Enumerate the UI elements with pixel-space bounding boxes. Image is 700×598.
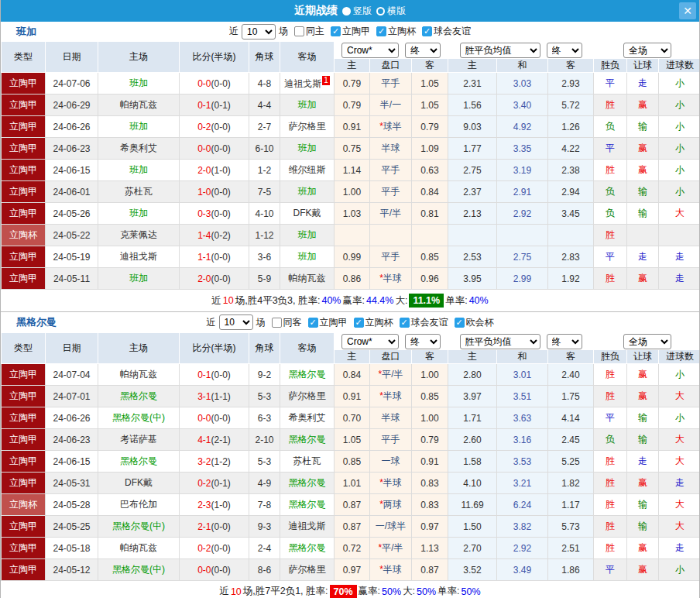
layout-radio-vertical[interactable]: 竖版 bbox=[342, 5, 372, 18]
cell-odds-home bbox=[448, 225, 497, 246]
home-team-name: 帕纳瓦兹 bbox=[120, 369, 157, 380]
cell-odds-draw: 3.49 bbox=[497, 559, 548, 581]
cell-corners: 6-10 bbox=[249, 138, 280, 160]
away-team-name: 黑格尔曼 bbox=[289, 434, 326, 445]
same-venue-checkbox[interactable]: 同客 bbox=[272, 316, 302, 329]
cell-odds-home: 11.69 bbox=[448, 494, 497, 516]
away-team-name: 帕纳瓦兹 bbox=[289, 273, 326, 284]
games-label: 场 bbox=[279, 25, 288, 38]
cell-ah-home-odds: 0.87 bbox=[335, 494, 370, 516]
cell-result-goals: 小 bbox=[659, 181, 700, 203]
league-filter-checkbox[interactable]: ✓立陶甲 bbox=[331, 25, 370, 38]
radio-unselected-icon[interactable] bbox=[376, 7, 385, 15]
final-odds-select-2[interactable]: 终 bbox=[547, 334, 582, 349]
team-name: 黑格尔曼 bbox=[16, 315, 57, 329]
checkbox-unchecked-icon[interactable] bbox=[294, 26, 304, 36]
cell-result-handicap: 输 bbox=[627, 116, 659, 138]
fulltime-score: 0-0 bbox=[197, 143, 211, 154]
cell-score: 0-1(0-1) bbox=[180, 95, 249, 116]
bookmaker-select[interactable]: Crow* bbox=[341, 43, 399, 58]
cell-ah-away-odds: 0.79 bbox=[412, 116, 448, 138]
cell-score: 0-0(0-0) bbox=[180, 138, 249, 160]
cell-ah-home-odds: 1.00 bbox=[335, 181, 370, 203]
avg-odds-select[interactable]: 胜平负均值 bbox=[460, 334, 540, 349]
recent-count-select[interactable]: 10 bbox=[242, 24, 276, 40]
cell-ah-home-odds: 1.14 bbox=[335, 160, 370, 181]
cell-result-handicap: 赢 bbox=[627, 268, 659, 290]
cell-league-type: 立陶甲 bbox=[2, 451, 46, 473]
checkbox-checked-icon[interactable]: ✓ bbox=[354, 318, 364, 328]
checkbox-checked-icon[interactable]: ✓ bbox=[331, 26, 341, 36]
league-filter-checkbox[interactable]: ✓立陶甲 bbox=[308, 316, 348, 329]
final-odds-select[interactable]: 终 bbox=[405, 334, 441, 349]
cell-ah-away-odds: 1.05 bbox=[412, 73, 448, 95]
checkbox-checked-icon[interactable]: ✓ bbox=[422, 26, 432, 36]
cell-odds-away: 2.45 bbox=[548, 429, 594, 451]
cell-corners: 5-3 bbox=[249, 386, 280, 407]
cell-date: 24-05-31 bbox=[46, 473, 98, 494]
cell-result-handicap: 输 bbox=[627, 203, 659, 225]
checkbox-checked-icon[interactable]: ✓ bbox=[455, 318, 465, 328]
cell-score: 2-1(0-0) bbox=[180, 516, 249, 538]
cell-result-handicap: 输 bbox=[627, 407, 659, 429]
cell-ah-away-odds: 0.97 bbox=[412, 516, 448, 538]
away-team-name: 萨尔格里 bbox=[289, 121, 326, 132]
cell-score: 0-3(0-0) bbox=[180, 203, 249, 225]
cell-score: 3-2(1-2) bbox=[180, 451, 249, 473]
final-odds-select[interactable]: 终 bbox=[405, 43, 441, 58]
summary-segment: 赢率: bbox=[359, 585, 380, 598]
cell-date: 24-06-26 bbox=[46, 407, 98, 429]
halftime-score: (2-1) bbox=[211, 435, 231, 445]
cell-date: 24-07-06 bbox=[46, 73, 98, 95]
header-subcol-7: 胜负 bbox=[594, 59, 627, 73]
scope-select[interactable]: 全场 bbox=[623, 43, 671, 58]
cell-score: 0-0(0-0) bbox=[180, 559, 249, 581]
close-icon[interactable]: ✕ bbox=[679, 2, 696, 19]
checkbox-checked-icon[interactable]: ✓ bbox=[400, 318, 410, 328]
final-odds-select-2[interactable]: 终 bbox=[547, 43, 582, 58]
league-filter-checkbox-label: 球会友谊 bbox=[411, 316, 448, 329]
cell-ah-away-odds: 0.87 bbox=[412, 559, 448, 581]
cell-result-goals: 小 bbox=[659, 138, 700, 160]
cell-corners: 2-10 bbox=[249, 429, 280, 451]
scope-select[interactable]: 全场 bbox=[623, 334, 671, 349]
checkbox-checked-icon[interactable]: ✓ bbox=[308, 318, 318, 328]
cell-odds-home: 3.95 bbox=[448, 268, 497, 290]
cell-date: 24-06-26 bbox=[46, 116, 98, 138]
recent-count-select[interactable]: 10 bbox=[219, 314, 253, 330]
fulltime-score: 0-0 bbox=[197, 413, 211, 424]
league-filter-checkbox[interactable]: ✓欧会杯 bbox=[455, 316, 494, 329]
halftime-score: (0-0) bbox=[211, 369, 231, 380]
fulltime-score: 0-2 bbox=[197, 478, 211, 489]
checkbox-unchecked-icon[interactable] bbox=[272, 318, 282, 328]
cell-home-team: 克莱佩达 bbox=[98, 225, 180, 246]
cell-ah-home-odds: 0.91 bbox=[335, 386, 370, 407]
team-section-1: 班加近10场同主✓立陶甲✓立陶杯✓球会友谊类型日期主场比分(半场)角球客场Cro… bbox=[1, 22, 699, 311]
header-col-4: 比分(半场) bbox=[180, 42, 249, 73]
cell-result-goals: 大 bbox=[659, 451, 700, 473]
cell-away-team: 班加 bbox=[280, 138, 335, 160]
away-team-name: 维尔纽斯 bbox=[289, 164, 326, 175]
league-filter-checkbox[interactable]: ✓立陶杯 bbox=[354, 316, 393, 329]
cell-corners: 7-8 bbox=[249, 494, 280, 516]
cell-league-type: 立陶甲 bbox=[2, 160, 46, 181]
cell-odds-home: 2.31 bbox=[448, 73, 497, 95]
bookmaker-select[interactable]: Crow* bbox=[341, 334, 399, 349]
checkbox-checked-icon[interactable]: ✓ bbox=[376, 26, 386, 36]
cell-ah-line: 平手 bbox=[370, 429, 412, 451]
cell-odds-draw: 3.51 bbox=[497, 386, 548, 407]
match-row: 立陶甲24-05-19迪祖戈斯1-1(0-0)3-6班加0.99平手0.852.… bbox=[2, 246, 700, 268]
league-filter-checkbox[interactable]: ✓立陶杯 bbox=[376, 25, 416, 38]
league-filter-checkbox[interactable]: ✓球会友谊 bbox=[422, 25, 471, 38]
cell-result-wdl: 平 bbox=[594, 73, 627, 95]
radio-selected-icon[interactable] bbox=[342, 7, 351, 15]
cell-ah-away-odds bbox=[412, 225, 448, 246]
red-card-badge: 1 bbox=[322, 76, 330, 85]
same-venue-checkbox[interactable]: 同主 bbox=[294, 25, 324, 38]
cell-ah-line: *平/半 bbox=[370, 538, 412, 559]
league-filter-checkbox[interactable]: ✓球会友谊 bbox=[400, 316, 448, 329]
cell-odds-away: 2.51 bbox=[548, 538, 594, 559]
avg-odds-select[interactable]: 胜平负均值 bbox=[460, 43, 540, 58]
cell-corners: 1-2 bbox=[249, 160, 280, 181]
layout-radio-horizontal[interactable]: 横版 bbox=[376, 5, 406, 18]
